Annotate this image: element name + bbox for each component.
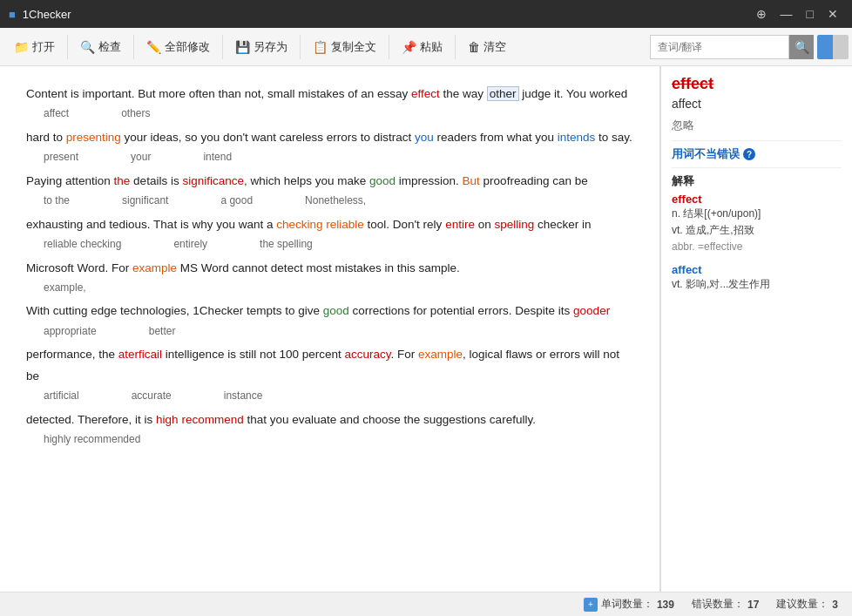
effect-abbr: abbr. =effective xyxy=(672,239,842,255)
word-recommend[interactable]: recommend xyxy=(181,413,243,426)
paste-button[interactable]: 📌 粘贴 xyxy=(391,31,453,63)
text-static: tool. Don't rely xyxy=(364,218,445,231)
section-title-text: 用词不当错误 xyxy=(672,146,740,162)
word-but[interactable]: But xyxy=(463,174,480,187)
text-static: details is xyxy=(130,174,182,187)
search-button[interactable]: 🔍 xyxy=(789,35,814,59)
suggest-count-value: 3 xyxy=(832,599,838,611)
word-spelling[interactable]: spelling xyxy=(494,218,534,231)
text-static: Paying attention xyxy=(26,174,114,187)
text-line-2: hard to presenting your ideas, so you do… xyxy=(26,127,633,148)
word-intends[interactable]: intends xyxy=(558,131,596,144)
word-high[interactable]: high xyxy=(156,413,179,426)
close-button[interactable]: ✕ xyxy=(822,5,843,23)
paste-label: 粘贴 xyxy=(420,39,443,55)
word-the[interactable]: the xyxy=(114,174,131,187)
toolbar-sep-2 xyxy=(133,35,134,59)
word-example[interactable]: example xyxy=(132,261,177,274)
word-presenting[interactable]: presenting xyxy=(66,131,121,144)
word-gooder[interactable]: gooder xyxy=(573,304,610,317)
paste-icon: 📌 xyxy=(402,40,416,54)
word-other[interactable]: other xyxy=(487,86,519,101)
status-word-count: + 单词数量： 139 xyxy=(584,597,674,612)
word-checking-reliable[interactable]: checking reliable xyxy=(276,218,364,231)
error-count-label: 错误数量： xyxy=(692,597,744,612)
share-button[interactable]: ⊕ xyxy=(751,5,772,23)
word-example-2[interactable]: example xyxy=(418,348,463,361)
text-line-5: Microsoft Word. For example MS Word cann… xyxy=(26,258,633,279)
word-count-label: 单词数量： xyxy=(601,597,653,612)
word-significance[interactable]: significance xyxy=(182,174,244,187)
panel-word-effect: effect xyxy=(672,193,702,206)
clear-button[interactable]: 🗑 清空 xyxy=(457,31,517,63)
open-label: 打开 xyxy=(32,39,55,55)
ignore-button[interactable]: 忽略 xyxy=(672,118,694,133)
check-icon: 🔍 xyxy=(80,40,95,54)
word-count-value: 139 xyxy=(657,599,674,611)
panel-affect-section: affect vt. 影响,对...发生作用 xyxy=(672,263,842,293)
status-bar: + 单词数量： 139 错误数量： 17 建议数量： 3 xyxy=(0,592,852,616)
text-static: MS Word cannot detect most mistakes in t… xyxy=(177,261,460,274)
clear-label: 清空 xyxy=(483,39,506,55)
word-entire[interactable]: entire xyxy=(445,218,475,231)
effect-n: n. 结果[(+on/upon)] xyxy=(672,206,842,222)
word-accuracy[interactable]: accuracy xyxy=(344,348,390,361)
fix-all-button[interactable]: ✏️ 全部修改 xyxy=(136,31,220,63)
word-good-2[interactable]: good xyxy=(323,304,349,317)
copy-all-label: 复制全文 xyxy=(331,39,376,55)
word-aterficail[interactable]: aterficail xyxy=(118,348,162,361)
save-as-button[interactable]: 💾 另存为 xyxy=(225,31,298,63)
check-button[interactable]: 🔍 检查 xyxy=(70,31,132,63)
panel-explain-title: 解释 xyxy=(672,173,842,189)
text-static: intelligence is still not 100 percent xyxy=(162,348,344,361)
text-static: Microsoft Word. For xyxy=(26,261,132,274)
text-static: . For xyxy=(391,348,419,361)
word-count-icon: + xyxy=(584,598,598,612)
text-static: detected. Therefore, it is xyxy=(26,413,156,426)
text-static: Content is important. But more often tha… xyxy=(26,87,411,100)
suggestion-line-7: artificialaccurateinstance xyxy=(44,387,633,406)
search-area: 🔍 xyxy=(650,35,849,59)
toolbar-sep-6 xyxy=(455,35,456,59)
panel-effect-section: effect n. 结果[(+on/upon)] vt. 造成,产生,招致 ab… xyxy=(672,193,842,256)
word-effect[interactable]: effect xyxy=(411,87,440,100)
error-count-value: 17 xyxy=(747,599,759,611)
text-static: corrections for potential errors. Despit… xyxy=(349,304,573,317)
open-button[interactable]: 📁 打开 xyxy=(3,31,65,63)
save-as-label: 另存为 xyxy=(254,39,287,55)
copy-icon: 📋 xyxy=(313,40,328,54)
text-line-6: With cutting edge technologies, 1Checker… xyxy=(26,301,633,322)
folder-icon: 📁 xyxy=(14,40,29,54)
view-toggle-button[interactable] xyxy=(817,35,849,59)
suggestion-line-5: example, xyxy=(44,279,633,298)
search-input[interactable] xyxy=(650,35,789,59)
title-bar: ■ 1Checker ⊕ — □ ✕ xyxy=(0,0,852,28)
help-icon[interactable]: ? xyxy=(743,148,755,160)
minimize-button[interactable]: — xyxy=(775,5,798,23)
text-static: to say. xyxy=(595,131,632,144)
text-static: on xyxy=(475,218,495,231)
text-editor[interactable]: Content is important. But more often tha… xyxy=(0,66,660,592)
text-line-4: exhausting and tedious. That is why you … xyxy=(26,214,633,235)
status-error-count: 错误数量： 17 xyxy=(692,597,759,612)
text-line-3: Paying attention the details is signific… xyxy=(26,171,633,192)
text-static: the way xyxy=(440,87,487,100)
maximize-button[interactable]: □ xyxy=(801,5,819,23)
suggestion-line-8: highly recommended xyxy=(44,430,633,450)
effect-vt: vt. 造成,产生,招致 xyxy=(672,222,842,239)
text-static: With cutting edge technologies, 1Checker… xyxy=(26,304,323,317)
panel-section-title: 用词不当错误 ? xyxy=(672,146,842,162)
title-bar-controls: ⊕ — □ ✕ xyxy=(751,5,843,23)
text-static: performance, the xyxy=(26,348,118,361)
suggest-count-label: 建议数量： xyxy=(776,597,828,612)
suggestion-line-3: to thesignificanta goodNonetheless, xyxy=(44,192,633,211)
toolbar-sep-1 xyxy=(67,35,68,59)
text-static: hard to xyxy=(26,131,66,144)
word-you[interactable]: you xyxy=(415,131,434,144)
copy-all-button[interactable]: 📋 复制全文 xyxy=(302,31,387,63)
edit-icon: ✏️ xyxy=(146,40,161,54)
text-line-8: detected. Therefore, it is high recommen… xyxy=(26,410,633,430)
word-good[interactable]: good xyxy=(369,174,396,187)
affect-vt: vt. 影响,对...发生作用 xyxy=(672,276,842,293)
suggestion-line-2: presentyourintend xyxy=(44,148,633,167)
